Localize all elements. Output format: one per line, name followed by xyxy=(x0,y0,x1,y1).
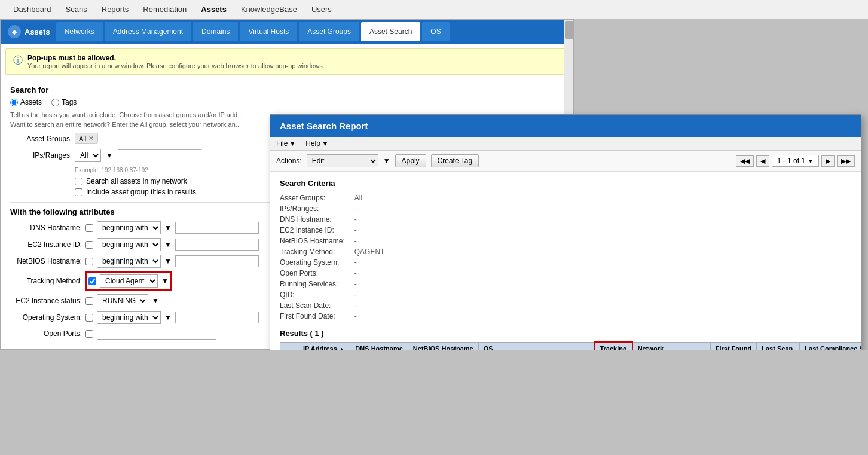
tracking-dropdown-icon: ▼ xyxy=(161,277,169,285)
dns-checkbox[interactable] xyxy=(85,224,93,232)
asset-groups-remove[interactable]: ✕ xyxy=(88,135,94,142)
search-all-label[interactable]: Search all assets in my network xyxy=(86,177,187,185)
ips-ranges-input[interactable] xyxy=(118,149,201,161)
actions-dropdown-icon: ▼ xyxy=(383,157,390,165)
menu-file-arrow: ▼ xyxy=(289,139,296,148)
actions-select[interactable]: Edit xyxy=(307,154,378,167)
modal-menubar: File ▼ Help ▼ xyxy=(270,137,861,151)
tab-virtual-hosts[interactable]: Virtual Hosts xyxy=(240,22,297,41)
assets-subnav: ◆ Assets Networks Address Management Dom… xyxy=(1,20,573,44)
tracking-checkbox[interactable] xyxy=(88,277,96,285)
include-titles-checkbox[interactable] xyxy=(75,188,82,196)
netbios-dropdown-icon: ▼ xyxy=(164,257,172,265)
next-page-button[interactable]: ▶ xyxy=(821,155,835,167)
tab-networks[interactable]: Networks xyxy=(56,22,103,41)
page-info-arrow[interactable]: ▼ xyxy=(808,158,814,164)
nav-assets[interactable]: Assets xyxy=(194,0,234,19)
tab-address-management[interactable]: Address Management xyxy=(105,22,191,41)
col-last-scan-header[interactable]: Last Scan xyxy=(757,342,800,350)
dns-input[interactable] xyxy=(175,222,259,234)
last-page-button[interactable]: ▶▶ xyxy=(837,155,855,167)
ec2-id-input[interactable] xyxy=(175,239,259,251)
nav-users[interactable]: Users xyxy=(304,0,339,19)
col-ip-header[interactable]: IP Address ▲ xyxy=(298,342,350,350)
prev-page-button[interactable]: ◀ xyxy=(756,155,769,167)
open-ports-input[interactable] xyxy=(97,328,216,340)
assets-logo-icon: ◆ xyxy=(8,25,21,38)
col-tracking-header[interactable]: Tracking xyxy=(594,342,632,350)
search-all-checkbox[interactable] xyxy=(75,178,82,185)
nav-knowledgebase[interactable]: KnowledgeBase xyxy=(234,0,304,19)
menu-help[interactable]: Help ▼ xyxy=(305,139,329,148)
col-netbios-header[interactable]: NetBIOS Hostname xyxy=(408,342,478,350)
nav-scans[interactable]: Scans xyxy=(59,0,94,19)
assets-logo: ◆ Assets xyxy=(5,25,56,38)
criteria-row-6: Operating System: - xyxy=(280,257,384,268)
nav-reports[interactable]: Reports xyxy=(94,0,136,19)
criteria-val-7: - xyxy=(354,268,385,279)
first-page-button[interactable]: ◀◀ xyxy=(736,155,754,167)
col-dns-header[interactable]: DNS Hostname xyxy=(350,342,408,350)
dns-filter-select[interactable]: beginning with xyxy=(97,221,161,234)
include-titles-label[interactable]: Include asset group titles in results xyxy=(86,188,196,196)
netbios-input[interactable] xyxy=(175,255,259,267)
netbios-label: NetBIOS Hostname: xyxy=(10,257,82,265)
criteria-key-5: Tracking Method: xyxy=(280,246,354,257)
radio-assets[interactable] xyxy=(10,99,18,106)
tab-asset-groups[interactable]: Asset Groups xyxy=(299,22,359,41)
criteria-title: Search Criteria xyxy=(280,179,851,188)
top-navigation: Dashboard Scans Reports Remediation Asse… xyxy=(0,0,868,19)
radio-assets-text: Assets xyxy=(20,98,42,106)
col-os-header[interactable]: OS xyxy=(478,342,594,350)
scrollbar-thumb xyxy=(565,21,573,39)
criteria-table: Asset Groups: All IPs/Ranges: - DNS Host… xyxy=(280,193,384,322)
criteria-key-6: Operating System: xyxy=(280,257,354,268)
tab-domains[interactable]: Domains xyxy=(193,22,238,41)
ec2-id-checkbox[interactable] xyxy=(85,241,93,249)
os-filter-select[interactable]: beginning with xyxy=(97,311,161,324)
open-ports-checkbox[interactable] xyxy=(85,330,93,338)
ec2-status-checkbox[interactable] xyxy=(85,297,93,305)
menu-file[interactable]: File ▼ xyxy=(276,139,296,148)
col-checkbox-header xyxy=(280,342,298,350)
ec2-id-dropdown-icon: ▼ xyxy=(164,240,172,249)
criteria-row-2: DNS Hostname: - xyxy=(280,214,384,225)
criteria-key-11: First Found Date: xyxy=(280,311,354,322)
col-first-found-header[interactable]: First Found xyxy=(710,342,757,350)
criteria-key-2: DNS Hostname: xyxy=(280,214,354,225)
criteria-key-10: Last Scan Date: xyxy=(280,300,354,311)
nav-dashboard[interactable]: Dashboard xyxy=(6,0,59,19)
tab-os[interactable]: OS xyxy=(422,22,449,41)
tracking-value-select[interactable]: Cloud Agent xyxy=(100,274,158,288)
radio-tags[interactable] xyxy=(51,99,59,106)
ec2-status-select[interactable]: RUNNING xyxy=(97,294,148,307)
col-network-header[interactable]: Network xyxy=(632,342,711,350)
open-ports-label: Open Ports: xyxy=(10,329,82,338)
netbios-checkbox[interactable] xyxy=(85,258,93,265)
apply-button[interactable]: Apply xyxy=(395,154,426,167)
menu-help-label: Help xyxy=(305,139,320,148)
criteria-val-0: All xyxy=(354,193,385,203)
netbios-filter-select[interactable]: beginning with xyxy=(97,255,161,268)
criteria-row-0: Asset Groups: All xyxy=(280,193,384,203)
info-text: Pop-ups must be allowed. Your report wil… xyxy=(27,54,325,69)
os-input[interactable] xyxy=(175,312,259,323)
ips-ranges-select[interactable]: All xyxy=(75,149,101,162)
radio-tags-label[interactable]: Tags xyxy=(51,98,77,106)
col-last-compliance-header[interactable]: Last Compliance Scan xyxy=(800,342,861,350)
ec2-id-filter-select[interactable]: beginning with xyxy=(97,238,161,251)
radio-assets-label[interactable]: Assets xyxy=(10,98,42,106)
results-header-row: IP Address ▲ DNS Hostname NetBIOS Hostna… xyxy=(280,342,861,350)
create-tag-button[interactable]: Create Tag xyxy=(431,154,479,167)
criteria-key-3: EC2 Instance ID: xyxy=(280,225,354,236)
asset-groups-label: Asset Groups xyxy=(10,135,70,143)
ip-sort-icon: ▲ xyxy=(339,346,344,350)
criteria-row-3: EC2 Instance ID: - xyxy=(280,225,384,236)
os-checkbox[interactable] xyxy=(85,314,93,322)
criteria-key-0: Asset Groups: xyxy=(280,193,354,203)
ec2-status-label: EC2 Instance status: xyxy=(10,297,82,305)
info-icon: ⓘ xyxy=(13,54,23,67)
actions-label: Actions: xyxy=(276,157,302,165)
nav-remediation[interactable]: Remediation xyxy=(136,0,194,19)
tab-asset-search[interactable]: Asset Search xyxy=(361,22,420,41)
